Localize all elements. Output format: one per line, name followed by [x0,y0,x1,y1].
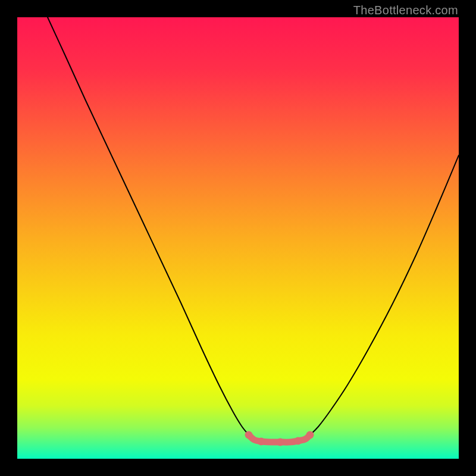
chart-frame [17,17,459,459]
highlight-dot [258,438,265,446]
chart-background [17,17,459,459]
attribution-text: TheBottleneck.com [353,4,458,17]
highlight-dot [277,439,284,446]
highlight-dot [245,431,253,439]
highlight-dot [306,431,314,439]
chart-svg [17,17,459,459]
highlight-dot [295,437,302,445]
